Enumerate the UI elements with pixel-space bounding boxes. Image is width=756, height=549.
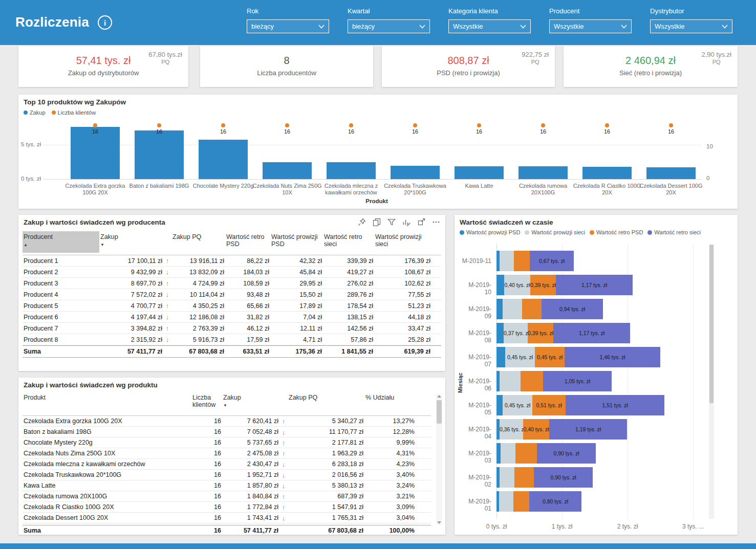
filter-dropdown[interactable]: Wszystkie xyxy=(448,19,531,33)
table-row[interactable]: Producent 117 100,11 zł↑13 916,11 zł86,2… xyxy=(23,255,441,267)
table-row[interactable]: Czekolada R Ciastko 100G 20X161 772,84 z… xyxy=(23,502,431,513)
legend-item[interactable]: Wartość retro sieci xyxy=(647,229,701,235)
bar-segment[interactable] xyxy=(496,299,503,319)
bar-segment[interactable]: 0,40 tys. zł xyxy=(504,275,530,295)
table-row[interactable]: Producent 38 697,70 zł↑4 724,99 zł108,59… xyxy=(23,278,441,289)
bar-segment[interactable] xyxy=(496,275,504,295)
table-row[interactable]: Producent 64 197,44 zł↓12 186,08 zł31,82… xyxy=(23,312,441,323)
chart-scrollbar-thumb[interactable] xyxy=(709,245,714,403)
table-row[interactable]: Czekolada Nuts Zima 250G 10X162 475,08 z… xyxy=(23,448,431,459)
scroll-down-icon[interactable] xyxy=(437,521,441,524)
data-point[interactable] xyxy=(605,123,609,127)
bar-segment[interactable]: 0,39 tys. zł xyxy=(530,275,556,295)
bar-segment[interactable]: 0,45 tys. zł xyxy=(535,347,565,367)
bar-segment[interactable]: 0,36 tys. zł xyxy=(500,419,523,440)
data-point[interactable] xyxy=(413,123,417,127)
bar[interactable] xyxy=(199,140,248,179)
column-header[interactable]: Wartość retro PSD xyxy=(225,231,270,253)
table-row[interactable]: Czekolada Extra gorzka 100G 20X167 620,4… xyxy=(23,416,431,427)
bar-segment[interactable] xyxy=(514,467,534,488)
scroll-up-icon[interactable] xyxy=(437,395,441,398)
column-header[interactable]: Zakup▼ xyxy=(99,231,171,253)
data-point[interactable] xyxy=(669,123,673,127)
bar-segment[interactable] xyxy=(521,371,543,391)
more-options-icon[interactable] xyxy=(432,218,440,226)
bar-segment[interactable] xyxy=(496,443,501,464)
bar-segment[interactable]: 0,37 tys. zł xyxy=(504,323,528,343)
column-header[interactable]: Producent▲ xyxy=(23,231,99,253)
data-point[interactable] xyxy=(157,123,161,127)
analyze-icon[interactable] xyxy=(402,218,411,226)
column-header[interactable]: Wartość retro sieci xyxy=(323,231,374,253)
table-row[interactable]: Chocolate Mystery 220g165 737,65 zł↑2 17… xyxy=(23,437,431,448)
bar[interactable] xyxy=(455,166,504,179)
bar-segment[interactable]: 1,05 tys. zł xyxy=(543,371,612,391)
bar-segment[interactable] xyxy=(501,443,515,464)
filter-dropdown[interactable]: bieżący xyxy=(247,19,329,33)
bar[interactable] xyxy=(646,167,696,179)
bar[interactable] xyxy=(391,166,440,179)
bar-segment[interactable]: 0,80 tys. zł xyxy=(529,491,581,512)
bar-segment[interactable]: 0,51 tys. zł xyxy=(532,395,566,415)
table-row[interactable]: Baton z bakaliami 198G167 052,48 zł↓11 1… xyxy=(23,427,431,437)
info-icon[interactable]: i xyxy=(98,15,112,30)
data-point[interactable] xyxy=(541,123,545,127)
column-header[interactable]: Zakup▼ xyxy=(222,392,288,413)
bar-segment[interactable] xyxy=(500,251,514,271)
bar-segment[interactable] xyxy=(496,395,503,415)
table-row[interactable]: Kawa Latte161 857,80 zł↓5 380,13 zł3,24% xyxy=(23,480,431,491)
filter-dropdown[interactable]: bieżący xyxy=(348,19,430,33)
table-row[interactable]: Czekolada Truskawkowa 20*100G161 952,71 … xyxy=(23,470,431,480)
data-point[interactable] xyxy=(349,123,353,127)
bar-segment[interactable]: 0,90 tys. zł xyxy=(534,467,593,488)
legend-item[interactable]: Liczba klientów xyxy=(52,109,96,116)
table-row[interactable]: Czekolada Dessert 100G 20X161 743,41 zł↓… xyxy=(23,513,431,523)
bar-segment[interactable]: 1,46 tys. zł xyxy=(565,347,660,367)
table-row[interactable]: Producent 82 315,92 zł↓5 916,73 zł17,59 … xyxy=(23,334,441,345)
column-header[interactable]: Zakup PQ xyxy=(171,231,225,253)
bar-segment[interactable] xyxy=(522,299,542,319)
table-scrollbar[interactable] xyxy=(436,394,442,525)
column-header[interactable]: Produkt xyxy=(23,392,191,413)
legend-item[interactable]: Wartość prowizji sieci xyxy=(525,229,585,235)
filter-dropdown[interactable]: Wszystkie xyxy=(549,19,632,33)
bar-segment[interactable]: 0,45 tys. zł xyxy=(505,347,535,367)
bar-segment[interactable] xyxy=(496,323,504,343)
legend-item[interactable]: Wartość retro PSD xyxy=(590,229,643,235)
column-header[interactable]: Liczba klientów xyxy=(191,392,222,413)
data-point[interactable] xyxy=(221,123,225,127)
bar-segment[interactable] xyxy=(500,467,514,488)
bar-segment[interactable] xyxy=(514,251,530,271)
bar-segment[interactable] xyxy=(500,371,521,391)
legend-item[interactable]: Zakup xyxy=(24,109,46,116)
bar-segment[interactable]: 0,94 tys. zł xyxy=(542,299,603,319)
column-header[interactable]: % Udziału xyxy=(364,392,416,413)
bar[interactable] xyxy=(263,162,312,179)
bar[interactable] xyxy=(71,127,120,179)
bar[interactable] xyxy=(327,162,376,179)
data-point[interactable] xyxy=(285,123,289,127)
column-header[interactable]: Wartość prowizji PSD xyxy=(270,231,323,253)
column-header[interactable]: Zakup PQ xyxy=(288,392,364,413)
bar-segment[interactable]: 0,67 tys. zł xyxy=(530,251,574,271)
data-point[interactable] xyxy=(477,123,481,127)
bar-segment[interactable]: 0,40 tys. zł xyxy=(523,419,549,440)
pin-icon[interactable] xyxy=(358,218,366,226)
bar-segment[interactable] xyxy=(496,347,505,367)
column-header[interactable]: Wartość prowizji sieci xyxy=(374,231,431,253)
bar-segment[interactable]: 1,17 tys. zł xyxy=(556,275,633,295)
bar-segment[interactable]: 0,90 tys. zł xyxy=(537,443,596,464)
table-row[interactable]: Producent 29 432,99 zł↓13 832,09 zł184,0… xyxy=(23,267,441,278)
bar[interactable] xyxy=(582,167,632,179)
bar-segment[interactable] xyxy=(515,443,537,464)
table-row[interactable]: Czekolada rumowa 20X100G161 840,84 zł↑68… xyxy=(23,491,431,502)
copy-icon[interactable] xyxy=(373,218,381,226)
bar[interactable] xyxy=(135,130,184,179)
bar-segment[interactable]: 1,17 tys. zł xyxy=(553,323,630,343)
bar-segment[interactable]: 1,51 tys. zł xyxy=(566,395,664,415)
table-row[interactable]: Czekolada mleczna z kawałkami orzechów16… xyxy=(23,459,431,470)
filter-dropdown[interactable]: Wszystkie xyxy=(650,19,732,33)
bar-segment[interactable]: 0,45 tys. zł xyxy=(503,395,532,415)
legend-item[interactable]: Wartość prowizji PSD xyxy=(460,229,520,235)
bar-segment[interactable]: 0,39 tys. zł xyxy=(528,323,553,343)
